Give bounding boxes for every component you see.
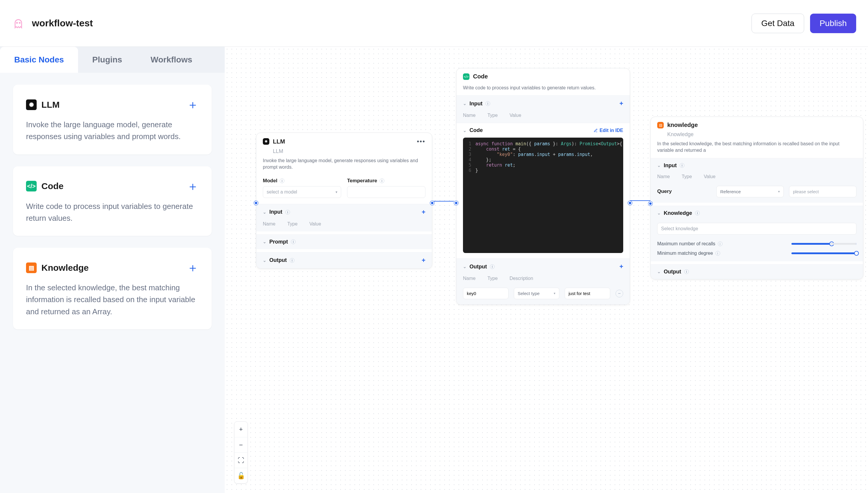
info-icon: i bbox=[485, 101, 490, 106]
ghost-icon bbox=[12, 17, 25, 30]
code-output-add[interactable]: + bbox=[619, 263, 623, 271]
code-editor[interactable]: 1async function main({ params }: Args): … bbox=[463, 137, 623, 253]
llm-node-desc: Invoke the large language model, generat… bbox=[256, 157, 432, 175]
tab-plugins[interactable]: Plugins bbox=[78, 47, 136, 73]
palette-knowledge-desc: In the selected knowledge, the best matc… bbox=[26, 282, 199, 318]
output-remove-button[interactable]: − bbox=[616, 290, 623, 297]
chevron-icon[interactable]: ⌄ bbox=[463, 264, 466, 269]
chevron-icon[interactable]: ⌄ bbox=[657, 269, 661, 274]
zoom-in-button[interactable]: + bbox=[234, 422, 248, 437]
chevron-icon[interactable]: ⌄ bbox=[263, 258, 266, 263]
chevron-icon[interactable]: ⌄ bbox=[463, 128, 466, 133]
info-icon: i bbox=[684, 269, 689, 274]
code-icon: </> bbox=[463, 73, 470, 80]
topbar: workflow-test Get Data Publish bbox=[0, 0, 868, 47]
knowledge-output-label: Output bbox=[664, 269, 681, 275]
min-match-label: Minimum matching degree bbox=[657, 251, 713, 256]
port-in[interactable] bbox=[454, 201, 458, 205]
col-name: Name bbox=[463, 276, 476, 281]
col-value: Value bbox=[509, 113, 521, 118]
output-name-input[interactable] bbox=[463, 287, 508, 299]
palette-card-knowledge: ▤ Knowledge ＋ In the selected knowledge,… bbox=[13, 248, 212, 329]
project-title: workflow-test bbox=[32, 18, 93, 29]
zoom-out-button[interactable]: − bbox=[234, 437, 248, 452]
code-input-label: Input bbox=[470, 101, 482, 107]
col-type: Type bbox=[288, 221, 298, 227]
info-icon: i bbox=[695, 211, 700, 215]
publish-button[interactable]: Publish bbox=[810, 14, 856, 33]
port-out[interactable] bbox=[430, 201, 434, 205]
add-llm-button[interactable]: ＋ bbox=[187, 97, 199, 113]
temperature-label: Temperaturei bbox=[347, 178, 426, 184]
chevron-icon[interactable]: ⌄ bbox=[463, 101, 466, 106]
info-icon: i bbox=[718, 241, 723, 246]
col-name: Name bbox=[263, 221, 276, 227]
col-type: Type bbox=[487, 276, 498, 281]
knowledge-node-subtitle: Knowledge bbox=[661, 131, 863, 137]
get-data-button[interactable]: Get Data bbox=[752, 14, 804, 33]
port-in[interactable] bbox=[254, 201, 258, 205]
query-type-select[interactable]: Reference▾ bbox=[716, 186, 784, 197]
llm-node-menu[interactable]: ••• bbox=[417, 137, 426, 145]
palette-code-title: Code bbox=[41, 181, 64, 191]
chevron-icon[interactable]: ⌄ bbox=[263, 239, 266, 244]
code-icon: </> bbox=[26, 181, 37, 191]
code-node-desc: Write code to process input variables to… bbox=[456, 85, 630, 95]
col-value: Value bbox=[309, 221, 321, 227]
temperature-input[interactable] bbox=[347, 186, 426, 198]
lock-button[interactable]: 🔓 bbox=[234, 468, 248, 483]
edit-in-ide-link[interactable]: Edit in IDE bbox=[594, 128, 623, 133]
tab-workflows[interactable]: Workflows bbox=[136, 47, 206, 73]
col-name: Name bbox=[463, 113, 476, 118]
knowledge-node-desc: In the selected knowledge, the best matc… bbox=[651, 141, 863, 158]
tab-basic-nodes[interactable]: Basic Nodes bbox=[0, 47, 78, 73]
model-select[interactable]: select a model▾ bbox=[263, 186, 341, 198]
llm-node-title: LLM bbox=[273, 138, 285, 145]
port-out[interactable] bbox=[628, 201, 632, 205]
palette-llm-title: LLM bbox=[41, 100, 60, 110]
sidebar-tabs: Basic Nodes Plugins Workflows bbox=[0, 47, 225, 73]
fit-view-button[interactable]: ⛶ bbox=[234, 452, 248, 468]
port-in[interactable] bbox=[648, 201, 653, 206]
info-icon: i bbox=[280, 178, 284, 183]
query-name: Query bbox=[657, 189, 672, 194]
col-name: Name bbox=[657, 174, 670, 179]
llm-icon: ✺ bbox=[263, 138, 269, 145]
canvas[interactable]: ✺ LLM ••• LLM Invoke the large language … bbox=[225, 47, 868, 493]
svg-point-1 bbox=[19, 22, 20, 23]
output-type-select[interactable]: Select type▾ bbox=[514, 287, 559, 299]
flow-node-knowledge[interactable]: ▤ knowledge Knowledge In the selected kn… bbox=[650, 116, 863, 279]
sidebar: Basic Nodes Plugins Workflows ✺ LLM ＋ In… bbox=[0, 47, 225, 493]
llm-prompt-label: Prompt bbox=[269, 239, 288, 245]
palette-llm-desc: Invoke the large language model, generat… bbox=[26, 119, 199, 143]
flow-node-code[interactable]: </> Code Write code to process input var… bbox=[456, 68, 630, 305]
query-value-select[interactable]: please select bbox=[789, 186, 856, 197]
flow-node-llm[interactable]: ✺ LLM ••• LLM Invoke the large language … bbox=[256, 133, 432, 269]
zoom-controls: + − ⛶ 🔓 bbox=[234, 422, 248, 484]
code-input-add[interactable]: + bbox=[619, 100, 623, 107]
chevron-icon[interactable]: ⌄ bbox=[263, 210, 266, 215]
chevron-icon[interactable]: ⌄ bbox=[657, 211, 661, 215]
palette-code-desc: Write code to process input variables to… bbox=[26, 200, 199, 224]
info-icon: i bbox=[380, 178, 384, 183]
min-match-slider[interactable] bbox=[792, 252, 856, 254]
max-recalls-slider[interactable] bbox=[792, 243, 856, 245]
add-knowledge-button[interactable]: ＋ bbox=[187, 259, 199, 276]
palette-card-code: </> Code ＋ Write code to process input v… bbox=[13, 166, 212, 236]
info-icon: i bbox=[715, 251, 720, 256]
palette-knowledge-title: Knowledge bbox=[41, 263, 89, 273]
chevron-icon[interactable]: ⌄ bbox=[657, 163, 661, 168]
llm-output-add[interactable]: + bbox=[421, 257, 426, 264]
select-knowledge[interactable]: Select knowledge bbox=[657, 223, 856, 235]
code-node-title: Code bbox=[473, 73, 488, 80]
info-icon: i bbox=[285, 210, 290, 215]
col-type: Type bbox=[682, 174, 692, 179]
output-desc-input[interactable] bbox=[565, 287, 610, 299]
max-recalls-label: Maximum number of recalls bbox=[657, 241, 715, 246]
add-code-button[interactable]: ＋ bbox=[187, 178, 199, 194]
knowledge-input-label: Input bbox=[664, 163, 677, 169]
llm-input-add[interactable]: + bbox=[421, 208, 426, 216]
palette-card-llm: ✺ LLM ＋ Invoke the large language model,… bbox=[13, 85, 212, 154]
llm-icon: ✺ bbox=[26, 100, 37, 110]
col-desc: Description bbox=[509, 276, 533, 281]
